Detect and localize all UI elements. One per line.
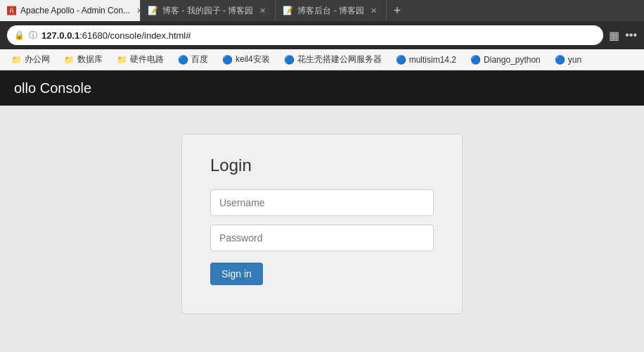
tab-close-3[interactable]: ✕ [368,5,379,17]
tab-favicon-1: 🅰 [7,6,16,16]
tab-blog1[interactable]: 📝 博客 - 我的园子 - 博客园 ✕ [141,0,276,21]
bookmark-office[interactable]: 📁 办公网 [6,51,56,68]
address-url: 127.0.0.1:61680/console/index.html# [41,30,191,41]
bookmark-label-8: yun [568,55,581,65]
tab-close-1[interactable]: ✕ [134,5,141,17]
tab-favicon-3: 📝 [283,6,293,15]
bookmark-icon-8: 🔵 [555,55,565,65]
bookmark-label-5: 花生壳搭建公网服务器 [297,54,382,65]
url-path: :61680/console/index.html# [79,30,191,41]
tab-label-1: Apache Apollo - Admin Con... [20,6,130,15]
bookmark-icon-5: 🔵 [284,55,295,65]
bookmark-django[interactable]: 🔵 Diango_python [465,53,546,67]
browser-chrome: 🅰 Apache Apollo - Admin Con... ✕ 📝 博客 - … [0,0,644,70]
bookmark-label-2: 硬件电路 [130,54,164,65]
bookmark-icon-3: 🔵 [178,55,188,65]
new-tab-button[interactable]: + [387,0,408,21]
bookmark-label-0: 办公网 [25,54,50,65]
info-icon: ⓘ [29,30,37,42]
more-icon[interactable]: ••• [625,29,637,42]
bookmark-icon-0: 📁 [11,55,22,65]
main-content: Login Sign in [0,106,644,352]
address-input-wrapper[interactable]: 🔒 ⓘ 127.0.0.1:61680/console/index.html# [7,25,603,45]
bookmark-label-4: keil4安装 [236,54,270,65]
tab-bar: 🅰 Apache Apollo - Admin Con... ✕ 📝 博客 - … [0,0,644,21]
address-bar: 🔒 ⓘ 127.0.0.1:61680/console/index.html# … [0,21,644,49]
bookmark-icon-1: 📁 [64,55,75,65]
bookmark-icon-6: 🔵 [396,55,406,65]
tab-label-3: 博客后台 - 博客园 [297,5,364,17]
sign-in-button[interactable]: Sign in [210,263,263,285]
bookmark-icon-4: 🔵 [222,55,233,65]
login-card: Login Sign in [181,134,463,314]
url-host: 127.0.0.1 [41,30,79,41]
bookmarks-bar: 📁 办公网 📁 数据库 📁 硬件电路 🔵 百度 🔵 keil4安装 🔵 花生壳搭… [0,49,644,70]
bookmark-label-1: 数据库 [77,54,103,65]
username-input[interactable] [210,189,434,216]
bookmark-peanut[interactable]: 🔵 花生壳搭建公网服务器 [278,51,387,68]
app-title: ollo Console [14,80,91,96]
bookmark-yun[interactable]: 🔵 yun [549,53,587,67]
bookmark-label-7: Diango_python [484,55,541,65]
bookmark-hardware[interactable]: 📁 硬件电路 [111,51,169,68]
tab-label-2: 博客 - 我的园子 - 博客园 [162,5,253,17]
tab-apollo[interactable]: 🅰 Apache Apollo - Admin Con... ✕ [0,0,141,21]
login-title: Login [210,156,434,175]
tab-favicon-2: 📝 [148,6,158,15]
bookmark-keil[interactable]: 🔵 keil4安装 [217,51,276,68]
security-icon: 🔒 [14,30,25,40]
app-header: ollo Console [0,70,644,106]
password-input[interactable] [210,225,434,251]
bookmark-label-3: 百度 [191,54,208,65]
tab-blog2[interactable]: 📝 博客后台 - 博客园 ✕ [276,0,387,21]
tab-close-2[interactable]: ✕ [257,5,268,17]
address-actions: ▦ ••• [609,29,637,42]
bookmark-db[interactable]: 📁 数据库 [58,51,108,68]
bookmark-icon-7: 🔵 [470,55,481,65]
bookmark-label-6: multisim14.2 [409,55,456,65]
bookmark-baidu[interactable]: 🔵 百度 [172,51,214,68]
bookmark-multisim[interactable]: 🔵 multisim14.2 [390,53,462,67]
bookmark-icon-2: 📁 [117,55,127,65]
qr-icon[interactable]: ▦ [609,29,619,42]
